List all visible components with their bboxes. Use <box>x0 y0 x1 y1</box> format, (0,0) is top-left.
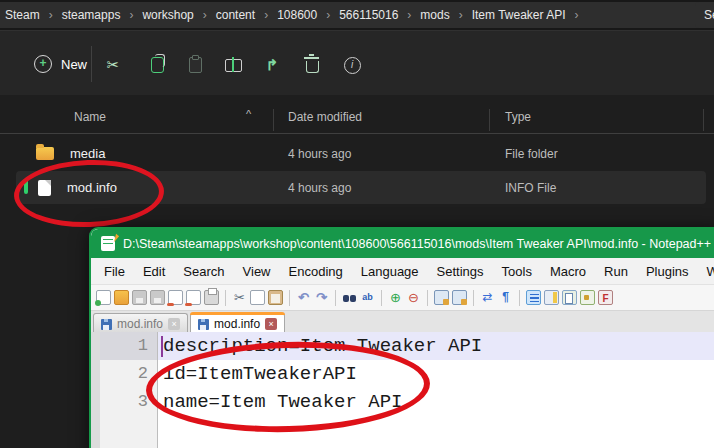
trash-icon <box>306 61 319 73</box>
sort-ascending-icon[interactable]: ^ <box>246 108 251 120</box>
breadcrumb-item-content[interactable]: content <box>213 6 258 24</box>
column-divider[interactable] <box>273 109 274 131</box>
new-button[interactable]: + New <box>22 49 99 79</box>
window-title: D:\Steam\steamapps\workshop\content\1086… <box>123 237 711 251</box>
save-all-icon[interactable] <box>150 290 165 305</box>
sync-scroll-vertical-icon[interactable] <box>434 290 449 305</box>
column-header-date-modified[interactable]: Date modified <box>288 110 362 124</box>
share-button[interactable]: ↱ <box>256 51 288 79</box>
menu-encoding[interactable]: Encoding <box>280 264 352 279</box>
save-icon[interactable] <box>132 290 147 305</box>
folder-icon <box>36 147 54 160</box>
file-type: File folder <box>505 147 558 161</box>
saved-floppy-icon <box>101 319 112 330</box>
paste-button[interactable] <box>179 51 211 79</box>
paste-icon <box>189 57 202 73</box>
notepadpp-logo-icon <box>101 236 115 251</box>
paste-icon[interactable] <box>268 290 283 305</box>
zoom-in-icon[interactable]: ⊕ <box>388 290 403 305</box>
folder-as-workspace-icon[interactable] <box>580 290 595 305</box>
plus-circle-icon: + <box>34 55 52 73</box>
chevron-right-icon: › <box>43 8 59 22</box>
menu-file[interactable]: File <box>95 264 134 279</box>
menu-macro[interactable]: Macro <box>541 264 595 279</box>
toolbar-separator <box>473 290 474 306</box>
tab-close-icon[interactable]: × <box>168 318 180 330</box>
breadcrumb-item-steamapps[interactable]: steamapps <box>59 6 124 24</box>
chevron-right-icon: › <box>401 8 417 22</box>
menu-edit[interactable]: Edit <box>134 264 174 279</box>
tab-close-icon[interactable]: × <box>265 318 277 330</box>
cut-icon[interactable]: ✂ <box>232 290 247 305</box>
copy-icon <box>151 57 164 73</box>
copy-button[interactable] <box>141 51 173 79</box>
document-switcher-icon[interactable] <box>562 290 577 305</box>
menu-search[interactable]: Search <box>174 264 233 279</box>
close-all-icon[interactable] <box>186 290 201 305</box>
chevron-right-icon: › <box>320 8 336 22</box>
new-file-icon[interactable] <box>96 290 111 305</box>
breadcrumb-item-item-tweaker-api[interactable]: Item Tweaker API <box>469 6 569 24</box>
breadcrumb-item-mods[interactable]: mods <box>417 6 452 24</box>
open-icon[interactable] <box>114 290 129 305</box>
zoom-out-icon[interactable]: ⊖ <box>406 290 421 305</box>
copy-icon[interactable] <box>250 290 265 305</box>
saved-floppy-icon <box>198 319 209 330</box>
menu-plugins[interactable]: Plugins <box>637 264 698 279</box>
breadcrumb-item-566115016[interactable]: 566115016 <box>336 6 401 24</box>
tab-modinfo-inactive[interactable]: mod.info × <box>93 313 188 334</box>
column-header-row: Name ^ Date modified Type <box>0 106 714 132</box>
text-caret <box>161 336 163 357</box>
replace-icon[interactable]: ab <box>360 290 375 305</box>
print-icon[interactable] <box>204 290 219 305</box>
tab-label: mod.info <box>117 317 163 331</box>
file-date-modified: 4 hours ago <box>288 181 351 195</box>
column-divider[interactable] <box>489 109 490 131</box>
find-icon[interactable] <box>342 292 357 307</box>
breadcrumb-item-workshop[interactable]: workshop <box>139 6 196 24</box>
toolbar-separator <box>381 290 382 306</box>
explorer-command-bar: + New ✂ ↱ i <box>0 30 714 96</box>
menu-window[interactable]: Window <box>698 264 714 279</box>
tab-modinfo-active[interactable]: mod.info × <box>190 313 285 334</box>
notepadpp-menu-bar: File Edit Search View Encoding Language … <box>91 258 714 284</box>
column-header-name[interactable]: Name <box>74 110 106 124</box>
column-header-type[interactable]: Type <box>505 110 531 124</box>
breadcrumb[interactable]: Steam › steamapps › workshop › content ›… <box>0 2 702 28</box>
menu-run[interactable]: Run <box>595 264 637 279</box>
menu-settings[interactable]: Settings <box>428 264 493 279</box>
column-divider[interactable] <box>703 109 704 131</box>
tab-label: mod.info <box>214 317 260 331</box>
chevron-right-icon: › <box>569 8 585 22</box>
toolbar-separator <box>335 290 336 306</box>
line-number: 1 <box>91 332 157 360</box>
menu-language[interactable]: Language <box>352 264 428 279</box>
close-icon[interactable] <box>168 290 183 305</box>
sync-scroll-horizontal-icon[interactable] <box>452 290 467 305</box>
undo-icon[interactable]: ↶ <box>296 290 311 305</box>
cut-button[interactable]: ✂ <box>97 51 129 79</box>
menu-view[interactable]: View <box>234 264 280 279</box>
menu-tools[interactable]: Tools <box>493 264 541 279</box>
monitor-icon[interactable]: F <box>598 290 613 305</box>
notepadpp-title-bar[interactable]: D:\Steam\steamapps\workshop\content\1086… <box>91 229 714 258</box>
breadcrumb-item-steam[interactable]: Steam <box>2 6 43 24</box>
new-button-label: New <box>61 57 87 72</box>
redo-icon[interactable]: ↷ <box>314 290 329 305</box>
file-name[interactable]: media <box>70 146 105 161</box>
function-list-icon[interactable] <box>526 290 541 305</box>
delete-button[interactable] <box>296 51 328 79</box>
toolbar-separator <box>519 290 520 306</box>
toolbar-separator <box>289 290 290 306</box>
chevron-right-icon: › <box>258 8 274 22</box>
details-button[interactable]: i <box>336 51 368 79</box>
rename-button[interactable] <box>217 51 249 79</box>
search-input[interactable]: Sea <box>695 2 714 28</box>
toolbar-divider <box>91 46 92 82</box>
document-map-icon[interactable] <box>544 290 559 305</box>
header-underline <box>0 133 714 134</box>
breadcrumb-item-108600[interactable]: 108600 <box>274 6 320 24</box>
show-all-characters-icon[interactable]: ¶ <box>498 290 513 305</box>
notepadpp-toolbar: ✂ ↶ ↷ ab ⊕ ⊖ ⇄ ¶ F <box>91 284 714 311</box>
word-wrap-icon[interactable]: ⇄ <box>480 290 495 305</box>
